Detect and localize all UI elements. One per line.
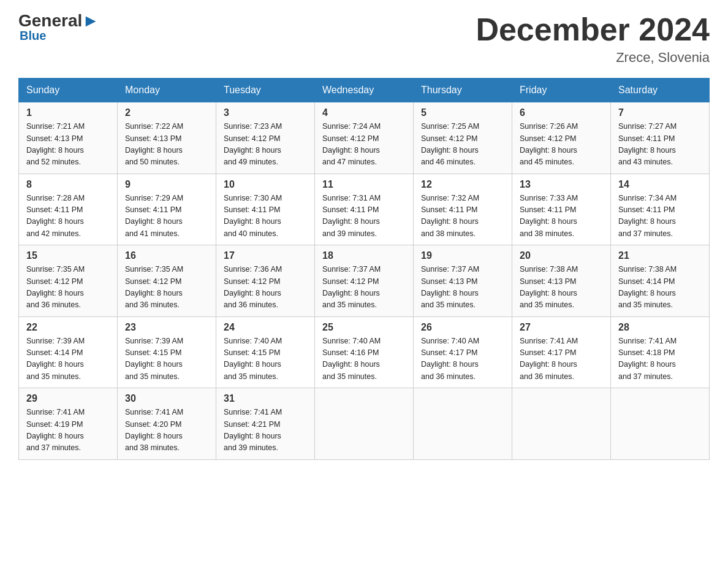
day-number: 11 xyxy=(322,179,406,190)
day-number: 13 xyxy=(520,179,603,190)
day-info: Sunrise: 7:38 AMSunset: 4:13 PMDaylight:… xyxy=(520,264,603,312)
calendar-cell: 10Sunrise: 7:30 AMSunset: 4:11 PMDayligh… xyxy=(216,174,315,245)
calendar-cell: 21Sunrise: 7:38 AMSunset: 4:14 PMDayligh… xyxy=(611,245,710,317)
day-info: Sunrise: 7:23 AMSunset: 4:12 PMDaylight:… xyxy=(224,121,307,169)
day-info: Sunrise: 7:32 AMSunset: 4:11 PMDaylight:… xyxy=(421,193,504,240)
day-number: 9 xyxy=(125,179,208,190)
logo-blue-text: Blue xyxy=(20,29,46,42)
calendar-cell: 3Sunrise: 7:23 AMSunset: 4:12 PMDaylight… xyxy=(216,102,315,174)
day-number: 14 xyxy=(618,179,702,190)
day-number: 6 xyxy=(520,107,603,118)
calendar-week-row: 22Sunrise: 7:39 AMSunset: 4:14 PMDayligh… xyxy=(19,316,710,388)
day-info: Sunrise: 7:41 AMSunset: 4:17 PMDaylight:… xyxy=(520,335,603,383)
calendar-cell: 6Sunrise: 7:26 AMSunset: 4:12 PMDaylight… xyxy=(512,102,611,174)
day-number: 17 xyxy=(224,250,307,261)
day-number: 16 xyxy=(125,250,208,261)
month-title: December 2024 xyxy=(476,12,710,47)
column-header-sunday: Sunday xyxy=(19,79,118,102)
day-number: 24 xyxy=(224,322,307,333)
calendar-table: SundayMondayTuesdayWednesdayThursdayFrid… xyxy=(18,78,710,460)
location-subtitle: Zrece, Slovenia xyxy=(476,50,710,66)
day-info: Sunrise: 7:39 AMSunset: 4:14 PMDaylight:… xyxy=(26,335,110,383)
day-info: Sunrise: 7:38 AMSunset: 4:14 PMDaylight:… xyxy=(618,264,702,312)
calendar-cell: 7Sunrise: 7:27 AMSunset: 4:11 PMDaylight… xyxy=(611,102,710,174)
day-info: Sunrise: 7:41 AMSunset: 4:19 PMDaylight:… xyxy=(26,407,110,454)
day-info: Sunrise: 7:41 AMSunset: 4:21 PMDaylight:… xyxy=(224,407,307,454)
calendar-cell: 15Sunrise: 7:35 AMSunset: 4:12 PMDayligh… xyxy=(19,245,118,317)
calendar-week-row: 29Sunrise: 7:41 AMSunset: 4:19 PMDayligh… xyxy=(19,388,710,460)
title-section: December 2024 Zrece, Slovenia xyxy=(476,12,710,66)
day-info: Sunrise: 7:30 AMSunset: 4:11 PMDaylight:… xyxy=(224,193,307,240)
day-info: Sunrise: 7:40 AMSunset: 4:16 PMDaylight:… xyxy=(322,335,406,383)
calendar-cell: 24Sunrise: 7:40 AMSunset: 4:15 PMDayligh… xyxy=(216,316,315,388)
day-number: 3 xyxy=(224,107,307,118)
day-number: 28 xyxy=(618,322,702,333)
calendar-cell: 19Sunrise: 7:37 AMSunset: 4:13 PMDayligh… xyxy=(414,245,512,317)
calendar-cell: 31Sunrise: 7:41 AMSunset: 4:21 PMDayligh… xyxy=(216,388,315,460)
calendar-week-row: 8Sunrise: 7:28 AMSunset: 4:11 PMDaylight… xyxy=(19,174,710,245)
day-info: Sunrise: 7:37 AMSunset: 4:13 PMDaylight:… xyxy=(421,264,504,312)
calendar-cell: 23Sunrise: 7:39 AMSunset: 4:15 PMDayligh… xyxy=(118,316,216,388)
logo-general-text: General xyxy=(18,12,82,29)
calendar-cell: 25Sunrise: 7:40 AMSunset: 4:16 PMDayligh… xyxy=(315,316,414,388)
day-number: 23 xyxy=(125,322,208,333)
calendar-cell: 20Sunrise: 7:38 AMSunset: 4:13 PMDayligh… xyxy=(512,245,611,317)
day-number: 12 xyxy=(421,179,504,190)
calendar-cell: 11Sunrise: 7:31 AMSunset: 4:11 PMDayligh… xyxy=(315,174,414,245)
calendar-cell xyxy=(315,388,414,460)
calendar-cell: 27Sunrise: 7:41 AMSunset: 4:17 PMDayligh… xyxy=(512,316,611,388)
day-info: Sunrise: 7:41 AMSunset: 4:18 PMDaylight:… xyxy=(618,335,702,383)
day-number: 2 xyxy=(125,107,208,118)
column-header-wednesday: Wednesday xyxy=(315,79,414,102)
day-info: Sunrise: 7:36 AMSunset: 4:12 PMDaylight:… xyxy=(224,264,307,312)
calendar-cell: 2Sunrise: 7:22 AMSunset: 4:13 PMDaylight… xyxy=(118,102,216,174)
day-info: Sunrise: 7:40 AMSunset: 4:15 PMDaylight:… xyxy=(224,335,307,383)
calendar-cell: 22Sunrise: 7:39 AMSunset: 4:14 PMDayligh… xyxy=(19,316,118,388)
day-number: 20 xyxy=(520,250,603,261)
calendar-cell: 8Sunrise: 7:28 AMSunset: 4:11 PMDaylight… xyxy=(19,174,118,245)
calendar-cell: 4Sunrise: 7:24 AMSunset: 4:12 PMDaylight… xyxy=(315,102,414,174)
calendar-cell xyxy=(611,388,710,460)
day-info: Sunrise: 7:35 AMSunset: 4:12 PMDaylight:… xyxy=(26,264,110,312)
calendar-cell: 14Sunrise: 7:34 AMSunset: 4:11 PMDayligh… xyxy=(611,174,710,245)
day-number: 29 xyxy=(26,393,110,404)
calendar-cell: 9Sunrise: 7:29 AMSunset: 4:11 PMDaylight… xyxy=(118,174,216,245)
day-number: 7 xyxy=(618,107,702,118)
calendar-cell xyxy=(512,388,611,460)
day-number: 15 xyxy=(26,250,110,261)
calendar-cell: 29Sunrise: 7:41 AMSunset: 4:19 PMDayligh… xyxy=(19,388,118,460)
day-number: 31 xyxy=(224,393,307,404)
day-info: Sunrise: 7:39 AMSunset: 4:15 PMDaylight:… xyxy=(125,335,208,383)
day-info: Sunrise: 7:31 AMSunset: 4:11 PMDaylight:… xyxy=(322,193,406,240)
day-info: Sunrise: 7:40 AMSunset: 4:17 PMDaylight:… xyxy=(421,335,504,383)
day-info: Sunrise: 7:21 AMSunset: 4:13 PMDaylight:… xyxy=(26,121,110,169)
page-header: General► Blue December 2024 Zrece, Slove… xyxy=(18,12,710,66)
logo: General► Blue xyxy=(18,12,99,42)
day-info: Sunrise: 7:27 AMSunset: 4:11 PMDaylight:… xyxy=(618,121,702,169)
calendar-cell: 17Sunrise: 7:36 AMSunset: 4:12 PMDayligh… xyxy=(216,245,315,317)
day-number: 10 xyxy=(224,179,307,190)
day-number: 1 xyxy=(26,107,110,118)
calendar-cell: 16Sunrise: 7:35 AMSunset: 4:12 PMDayligh… xyxy=(118,245,216,317)
calendar-cell: 26Sunrise: 7:40 AMSunset: 4:17 PMDayligh… xyxy=(414,316,512,388)
day-info: Sunrise: 7:22 AMSunset: 4:13 PMDaylight:… xyxy=(125,121,208,169)
calendar-cell: 18Sunrise: 7:37 AMSunset: 4:12 PMDayligh… xyxy=(315,245,414,317)
day-info: Sunrise: 7:28 AMSunset: 4:11 PMDaylight:… xyxy=(26,193,110,240)
day-info: Sunrise: 7:34 AMSunset: 4:11 PMDaylight:… xyxy=(618,193,702,240)
day-info: Sunrise: 7:35 AMSunset: 4:12 PMDaylight:… xyxy=(125,264,208,312)
calendar-week-row: 15Sunrise: 7:35 AMSunset: 4:12 PMDayligh… xyxy=(19,245,710,317)
day-info: Sunrise: 7:25 AMSunset: 4:12 PMDaylight:… xyxy=(421,121,504,169)
day-number: 26 xyxy=(421,322,504,333)
day-number: 30 xyxy=(125,393,208,404)
day-info: Sunrise: 7:24 AMSunset: 4:12 PMDaylight:… xyxy=(322,121,406,169)
day-number: 19 xyxy=(421,250,504,261)
day-number: 27 xyxy=(520,322,603,333)
column-header-tuesday: Tuesday xyxy=(216,79,315,102)
day-info: Sunrise: 7:33 AMSunset: 4:11 PMDaylight:… xyxy=(520,193,603,240)
day-number: 5 xyxy=(421,107,504,118)
calendar-cell: 28Sunrise: 7:41 AMSunset: 4:18 PMDayligh… xyxy=(611,316,710,388)
column-header-saturday: Saturday xyxy=(611,79,710,102)
calendar-cell xyxy=(414,388,512,460)
day-number: 18 xyxy=(322,250,406,261)
day-info: Sunrise: 7:41 AMSunset: 4:20 PMDaylight:… xyxy=(125,407,208,454)
